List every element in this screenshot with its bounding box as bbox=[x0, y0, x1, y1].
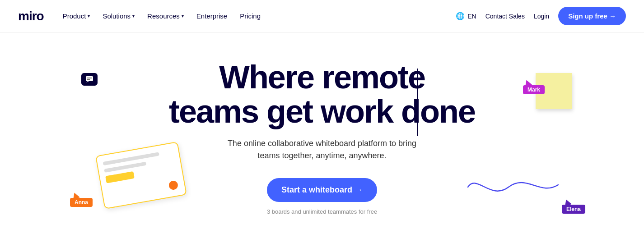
board-line-1 bbox=[103, 152, 159, 165]
nav-product[interactable]: Product ▾ bbox=[58, 9, 95, 23]
nav-right: 🌐 EN Contact Sales Login Sign up free → bbox=[456, 7, 626, 25]
hero-title-line2: teams get work done bbox=[169, 93, 475, 129]
nav-pricing[interactable]: Pricing bbox=[235, 9, 265, 23]
board-dot bbox=[168, 180, 178, 190]
hero-subtitle: The online collaborative whiteboard plat… bbox=[227, 137, 417, 162]
mark-cursor: Mark bbox=[523, 80, 545, 94]
resources-chevron-icon: ▾ bbox=[182, 14, 184, 18]
nav-solutions-label: Solutions bbox=[103, 12, 131, 20]
navigation: miro Product ▾ Solutions ▾ Resources ▾ E… bbox=[0, 0, 644, 32]
whiteboard-card-decoration bbox=[95, 142, 187, 209]
nav-lang-label: EN bbox=[467, 13, 476, 20]
nav-enterprise-label: Enterprise bbox=[196, 12, 227, 20]
contact-sales-link[interactable]: Contact Sales bbox=[485, 13, 525, 20]
hero-note: 3 boards and unlimited teammates for fre… bbox=[267, 208, 377, 215]
nav-resources-label: Resources bbox=[147, 12, 180, 20]
hero-section: Mark Anna Elena Where remote teams get w… bbox=[0, 32, 644, 252]
svg-rect-0 bbox=[86, 76, 93, 81]
nav-resources[interactable]: Resources ▾ bbox=[143, 9, 188, 23]
vertical-line-decoration bbox=[417, 69, 418, 136]
anna-cursor: Anna bbox=[70, 192, 93, 207]
logo[interactable]: miro bbox=[18, 9, 44, 23]
nav-product-label: Product bbox=[63, 12, 86, 20]
board-yellow-element bbox=[105, 171, 135, 183]
nav-language-selector[interactable]: 🌐 EN bbox=[456, 12, 476, 20]
nav-pricing-label: Pricing bbox=[240, 12, 261, 20]
solutions-chevron-icon: ▾ bbox=[132, 14, 135, 18]
hero-title-line1: Where remote bbox=[219, 59, 425, 95]
nav-enterprise[interactable]: Enterprise bbox=[192, 9, 232, 23]
svg-marker-3 bbox=[86, 81, 89, 82]
nav-links: Product ▾ Solutions ▾ Resources ▾ Enterp… bbox=[58, 9, 265, 23]
login-link[interactable]: Login bbox=[534, 13, 549, 20]
globe-icon: 🌐 bbox=[456, 12, 465, 20]
squiggle-decoration bbox=[463, 165, 563, 207]
nav-solutions[interactable]: Solutions ▾ bbox=[98, 9, 139, 23]
nav-left: miro Product ▾ Solutions ▾ Resources ▾ E… bbox=[18, 9, 265, 23]
start-whiteboard-button[interactable]: Start a whiteboard → bbox=[267, 178, 377, 202]
elena-cursor: Elena bbox=[562, 199, 585, 214]
signup-button[interactable]: Sign up free → bbox=[558, 7, 626, 25]
product-chevron-icon: ▾ bbox=[88, 14, 90, 18]
hero-title: Where remote teams get work done bbox=[169, 60, 475, 128]
chat-icon bbox=[81, 73, 98, 86]
